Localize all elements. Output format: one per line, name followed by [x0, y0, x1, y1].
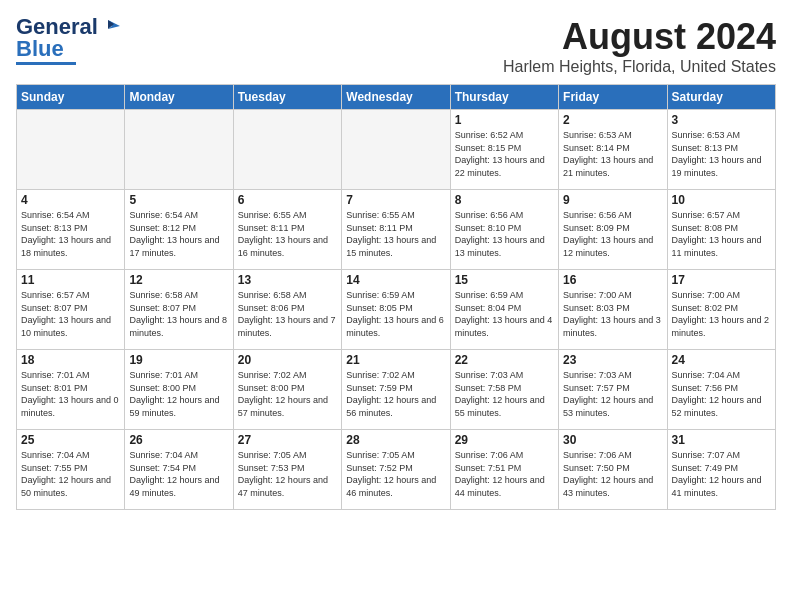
- day-detail: Sunrise: 7:02 AMSunset: 7:59 PMDaylight:…: [346, 369, 445, 419]
- day-number: 15: [455, 273, 554, 287]
- day-detail: Sunrise: 6:58 AMSunset: 8:07 PMDaylight:…: [129, 289, 228, 339]
- day-number: 28: [346, 433, 445, 447]
- day-detail: Sunrise: 6:59 AMSunset: 8:04 PMDaylight:…: [455, 289, 554, 339]
- day-detail: Sunrise: 6:54 AMSunset: 8:12 PMDaylight:…: [129, 209, 228, 259]
- calendar-cell: 2Sunrise: 6:53 AMSunset: 8:14 PMDaylight…: [559, 110, 667, 190]
- day-number: 7: [346, 193, 445, 207]
- day-detail: Sunrise: 6:55 AMSunset: 8:11 PMDaylight:…: [346, 209, 445, 259]
- calendar-week-1: 1Sunrise: 6:52 AMSunset: 8:15 PMDaylight…: [17, 110, 776, 190]
- calendar-cell: 20Sunrise: 7:02 AMSunset: 8:00 PMDayligh…: [233, 350, 341, 430]
- day-number: 29: [455, 433, 554, 447]
- calendar-cell: 28Sunrise: 7:05 AMSunset: 7:52 PMDayligh…: [342, 430, 450, 510]
- calendar-cell: 21Sunrise: 7:02 AMSunset: 7:59 PMDayligh…: [342, 350, 450, 430]
- calendar-cell: 11Sunrise: 6:57 AMSunset: 8:07 PMDayligh…: [17, 270, 125, 350]
- day-detail: Sunrise: 6:56 AMSunset: 8:09 PMDaylight:…: [563, 209, 662, 259]
- day-detail: Sunrise: 6:55 AMSunset: 8:11 PMDaylight:…: [238, 209, 337, 259]
- page-header: General Blue August 2024 Harlem Heights,…: [16, 16, 776, 76]
- calendar-cell: 24Sunrise: 7:04 AMSunset: 7:56 PMDayligh…: [667, 350, 775, 430]
- calendar-cell: 4Sunrise: 6:54 AMSunset: 8:13 PMDaylight…: [17, 190, 125, 270]
- day-detail: Sunrise: 7:00 AMSunset: 8:02 PMDaylight:…: [672, 289, 771, 339]
- calendar-cell: 27Sunrise: 7:05 AMSunset: 7:53 PMDayligh…: [233, 430, 341, 510]
- day-detail: Sunrise: 7:00 AMSunset: 8:03 PMDaylight:…: [563, 289, 662, 339]
- day-number: 10: [672, 193, 771, 207]
- calendar-cell: 17Sunrise: 7:00 AMSunset: 8:02 PMDayligh…: [667, 270, 775, 350]
- day-detail: Sunrise: 7:04 AMSunset: 7:56 PMDaylight:…: [672, 369, 771, 419]
- day-number: 9: [563, 193, 662, 207]
- calendar-week-3: 11Sunrise: 6:57 AMSunset: 8:07 PMDayligh…: [17, 270, 776, 350]
- calendar-cell: 25Sunrise: 7:04 AMSunset: 7:55 PMDayligh…: [17, 430, 125, 510]
- calendar-cell: 16Sunrise: 7:00 AMSunset: 8:03 PMDayligh…: [559, 270, 667, 350]
- day-number: 23: [563, 353, 662, 367]
- calendar-cell: 31Sunrise: 7:07 AMSunset: 7:49 PMDayligh…: [667, 430, 775, 510]
- day-detail: Sunrise: 6:53 AMSunset: 8:13 PMDaylight:…: [672, 129, 771, 179]
- calendar-cell: [125, 110, 233, 190]
- title-area: August 2024 Harlem Heights, Florida, Uni…: [503, 16, 776, 76]
- calendar-cell: 30Sunrise: 7:06 AMSunset: 7:50 PMDayligh…: [559, 430, 667, 510]
- logo-bird-icon: [100, 16, 122, 38]
- day-number: 8: [455, 193, 554, 207]
- day-detail: Sunrise: 6:57 AMSunset: 8:07 PMDaylight:…: [21, 289, 120, 339]
- calendar-cell: 12Sunrise: 6:58 AMSunset: 8:07 PMDayligh…: [125, 270, 233, 350]
- day-number: 6: [238, 193, 337, 207]
- column-header-sunday: Sunday: [17, 85, 125, 110]
- calendar-cell: 9Sunrise: 6:56 AMSunset: 8:09 PMDaylight…: [559, 190, 667, 270]
- calendar-cell: 10Sunrise: 6:57 AMSunset: 8:08 PMDayligh…: [667, 190, 775, 270]
- day-detail: Sunrise: 7:02 AMSunset: 8:00 PMDaylight:…: [238, 369, 337, 419]
- day-number: 11: [21, 273, 120, 287]
- day-number: 19: [129, 353, 228, 367]
- day-number: 27: [238, 433, 337, 447]
- day-number: 3: [672, 113, 771, 127]
- calendar-cell: 18Sunrise: 7:01 AMSunset: 8:01 PMDayligh…: [17, 350, 125, 430]
- calendar-cell: 6Sunrise: 6:55 AMSunset: 8:11 PMDaylight…: [233, 190, 341, 270]
- calendar-cell: 5Sunrise: 6:54 AMSunset: 8:12 PMDaylight…: [125, 190, 233, 270]
- column-header-tuesday: Tuesday: [233, 85, 341, 110]
- calendar-cell: 3Sunrise: 6:53 AMSunset: 8:13 PMDaylight…: [667, 110, 775, 190]
- day-detail: Sunrise: 6:59 AMSunset: 8:05 PMDaylight:…: [346, 289, 445, 339]
- day-detail: Sunrise: 7:05 AMSunset: 7:53 PMDaylight:…: [238, 449, 337, 499]
- column-header-wednesday: Wednesday: [342, 85, 450, 110]
- calendar-cell: [17, 110, 125, 190]
- calendar-week-2: 4Sunrise: 6:54 AMSunset: 8:13 PMDaylight…: [17, 190, 776, 270]
- logo-blue: Blue: [16, 38, 64, 60]
- day-number: 4: [21, 193, 120, 207]
- day-number: 12: [129, 273, 228, 287]
- day-number: 1: [455, 113, 554, 127]
- day-number: 13: [238, 273, 337, 287]
- day-detail: Sunrise: 6:56 AMSunset: 8:10 PMDaylight:…: [455, 209, 554, 259]
- column-header-monday: Monday: [125, 85, 233, 110]
- day-detail: Sunrise: 7:06 AMSunset: 7:50 PMDaylight:…: [563, 449, 662, 499]
- logo-divider: [16, 62, 76, 65]
- day-detail: Sunrise: 6:58 AMSunset: 8:06 PMDaylight:…: [238, 289, 337, 339]
- column-header-thursday: Thursday: [450, 85, 558, 110]
- day-number: 14: [346, 273, 445, 287]
- calendar-cell: 26Sunrise: 7:04 AMSunset: 7:54 PMDayligh…: [125, 430, 233, 510]
- calendar-cell: 8Sunrise: 6:56 AMSunset: 8:10 PMDaylight…: [450, 190, 558, 270]
- calendar-cell: 7Sunrise: 6:55 AMSunset: 8:11 PMDaylight…: [342, 190, 450, 270]
- calendar-cell: 22Sunrise: 7:03 AMSunset: 7:58 PMDayligh…: [450, 350, 558, 430]
- day-detail: Sunrise: 7:01 AMSunset: 8:00 PMDaylight:…: [129, 369, 228, 419]
- calendar-cell: 29Sunrise: 7:06 AMSunset: 7:51 PMDayligh…: [450, 430, 558, 510]
- column-header-friday: Friday: [559, 85, 667, 110]
- month-title: August 2024: [503, 16, 776, 58]
- day-number: 2: [563, 113, 662, 127]
- day-number: 22: [455, 353, 554, 367]
- calendar-cell: 23Sunrise: 7:03 AMSunset: 7:57 PMDayligh…: [559, 350, 667, 430]
- calendar-table: SundayMondayTuesdayWednesdayThursdayFrid…: [16, 84, 776, 510]
- calendar-week-4: 18Sunrise: 7:01 AMSunset: 8:01 PMDayligh…: [17, 350, 776, 430]
- day-detail: Sunrise: 7:04 AMSunset: 7:54 PMDaylight:…: [129, 449, 228, 499]
- day-number: 18: [21, 353, 120, 367]
- day-detail: Sunrise: 7:05 AMSunset: 7:52 PMDaylight:…: [346, 449, 445, 499]
- logo-general: General: [16, 16, 98, 38]
- day-number: 5: [129, 193, 228, 207]
- calendar-header-row: SundayMondayTuesdayWednesdayThursdayFrid…: [17, 85, 776, 110]
- day-detail: Sunrise: 6:53 AMSunset: 8:14 PMDaylight:…: [563, 129, 662, 179]
- day-detail: Sunrise: 7:03 AMSunset: 7:57 PMDaylight:…: [563, 369, 662, 419]
- day-number: 17: [672, 273, 771, 287]
- location-title: Harlem Heights, Florida, United States: [503, 58, 776, 76]
- day-number: 20: [238, 353, 337, 367]
- day-detail: Sunrise: 7:07 AMSunset: 7:49 PMDaylight:…: [672, 449, 771, 499]
- day-number: 31: [672, 433, 771, 447]
- day-number: 25: [21, 433, 120, 447]
- day-number: 24: [672, 353, 771, 367]
- calendar-cell: [342, 110, 450, 190]
